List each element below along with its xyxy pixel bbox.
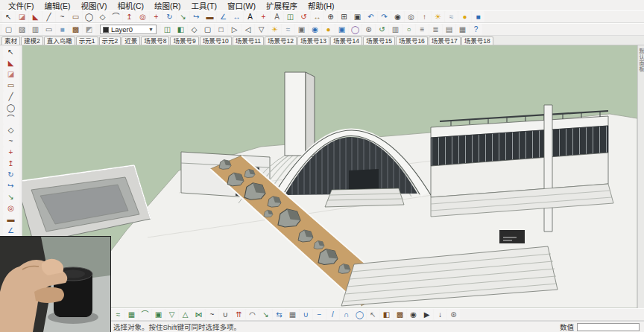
scale-icon[interactable]: ↘ [177,11,189,22]
scene-tab[interactable]: 场景号15 [363,36,395,45]
render-icon[interactable]: ● [322,24,335,35]
scene-tab[interactable]: 示元2 [99,36,121,45]
text-icon[interactable]: A [244,11,256,22]
scale-icon[interactable]: ↘ [3,191,19,202]
shaded-icon[interactable]: ■ [56,24,69,35]
wireframe-icon[interactable]: ▥ [29,24,42,35]
polygon-icon[interactable]: ◇ [96,11,109,22]
sandbox-scratch-icon[interactable]: ▦ [125,309,138,320]
fog-settings-icon[interactable]: ≈ [282,24,294,35]
freehand-icon[interactable]: ~ [56,11,69,22]
paint-bucket-icon[interactable]: ◣ [3,57,19,68]
smoove-icon[interactable]: ⌒ [139,309,151,320]
solid-subtract-icon[interactable]: − [313,309,326,320]
scene-tab[interactable]: 场景号8 [141,36,169,45]
section-display-icon[interactable]: ◫ [161,24,174,35]
bezier-icon[interactable]: ~ [206,309,218,320]
joint-pushpull-icon[interactable]: ⇈ [233,309,245,320]
iso-view-icon[interactable]: ◇ [188,24,201,35]
next-view-icon[interactable]: ↷ [378,11,391,22]
rectangle-icon[interactable]: ▭ [3,80,19,91]
orbit-icon[interactable]: ↺ [297,11,310,22]
scene-tab[interactable]: 素材 [1,36,20,45]
line-icon[interactable]: ╱ [42,11,55,22]
protractor-icon[interactable]: ∠ [217,11,230,22]
cleanup-icon[interactable]: ○ [402,24,415,35]
solid-intersect-icon[interactable]: ∩ [340,309,353,320]
pan-icon[interactable]: ↔ [311,11,323,22]
selection-toys-icon[interactable]: ↖ [367,309,379,320]
vray-icon[interactable]: ◉ [309,24,321,35]
arrange-windows-icon[interactable]: ▤ [443,24,455,35]
scene-tab[interactable]: 近景 [121,36,140,45]
array-icon[interactable]: ▦ [286,309,299,320]
scene-tab[interactable]: 场景号17 [429,36,461,45]
mirror-icon[interactable]: ⇆ [273,309,285,320]
enscape-icon[interactable]: ◯ [349,24,362,35]
texture-tools-icon[interactable]: ▩ [394,309,406,320]
settings-icon[interactable]: ⊛ [447,309,460,320]
monochrome-icon[interactable]: ◩ [83,24,95,35]
back-edges-icon[interactable]: ▨ [16,24,28,35]
rotate-icon[interactable]: ↻ [3,169,19,180]
sandbox-contours-icon[interactable]: ≈ [112,309,124,320]
scene-tab[interactable]: 场景号12 [265,36,297,45]
add-detail-icon[interactable]: △ [179,309,192,320]
measurements-input[interactable] [577,323,640,331]
grid-windows-icon[interactable]: ▦ [456,24,469,35]
drape-icon[interactable]: ▽ [165,309,178,320]
menu-camera[interactable]: 相机(C) [112,0,149,11]
hidden-line-icon[interactable]: ▭ [42,24,55,35]
position-camera-icon[interactable]: ◉ [391,11,404,22]
eraser-icon[interactable]: ◪ [3,68,19,80]
menu-extensions[interactable]: 扩展程序 [261,0,303,11]
move-icon[interactable]: + [3,147,19,158]
offset-icon[interactable]: ◎ [136,11,149,22]
solid-trim-icon[interactable]: / [326,309,339,320]
scene-tab[interactable]: 场景号11 [233,36,264,45]
weld-icon[interactable]: ∪ [219,309,232,320]
flip-edge-icon[interactable]: ⋈ [192,309,205,320]
pushpull-icon[interactable]: ↥ [3,158,19,169]
circle-icon[interactable]: ◯ [83,11,95,22]
paint-bucket-icon[interactable]: ◣ [29,11,42,22]
front-view-icon[interactable]: □ [215,24,227,35]
scene-tab[interactable]: 场景号9 [170,36,198,45]
scene-tab[interactable]: 场景号13 [297,36,329,45]
arc-icon[interactable]: ⌒ [110,11,122,22]
solid-union-icon[interactable]: ∪ [300,309,312,320]
material-replace-icon[interactable]: ◧ [380,309,393,320]
pushpull-icon[interactable]: ↥ [123,11,136,22]
select-icon[interactable]: ↖ [2,11,15,22]
3d-viewport[interactable] [22,45,637,308]
stamp-icon[interactable]: ▣ [152,309,165,320]
render-settings-icon[interactable]: ⊛ [362,24,375,35]
zoom-extents-icon[interactable]: ▣ [351,11,364,22]
zoom-window-icon[interactable]: ⊞ [338,11,350,22]
scene-tab[interactable]: 场景号10 [200,36,232,45]
move-icon[interactable]: + [150,11,162,22]
layers-panel-icon[interactable]: ≡ [416,24,429,35]
round-corner-icon[interactable]: ◠ [246,309,259,320]
followme-icon[interactable]: ↪ [190,11,203,22]
look-around-icon[interactable]: ◎ [405,11,417,22]
eraser-icon[interactable]: ◪ [16,11,28,22]
fog-icon[interactable]: ≈ [445,11,458,22]
menu-draw[interactable]: 绘图(R) [149,0,186,11]
line-icon[interactable]: ╱ [3,91,19,102]
followme-icon[interactable]: ↪ [3,180,19,191]
select-icon[interactable]: ↖ [3,46,19,57]
scene-tab[interactable]: 场景号18 [461,36,493,45]
menu-view[interactable]: 视图(V) [75,0,112,11]
scene-tab[interactable]: 场景号14 [330,36,362,45]
polygon-icon[interactable]: ◇ [3,124,19,135]
rotate-icon[interactable]: ↻ [163,11,176,22]
freehand-icon[interactable]: ~ [3,135,19,147]
3d-text-icon[interactable]: A [271,11,283,22]
back-view-icon[interactable]: ▽ [255,24,268,35]
arc-icon[interactable]: ⌒ [3,113,19,124]
render-frame-icon[interactable]: ▣ [335,24,348,35]
textured-icon[interactable]: ▩ [69,24,82,35]
offset-icon[interactable]: ◎ [3,202,19,214]
menu-file[interactable]: 文件(F) [3,0,39,11]
